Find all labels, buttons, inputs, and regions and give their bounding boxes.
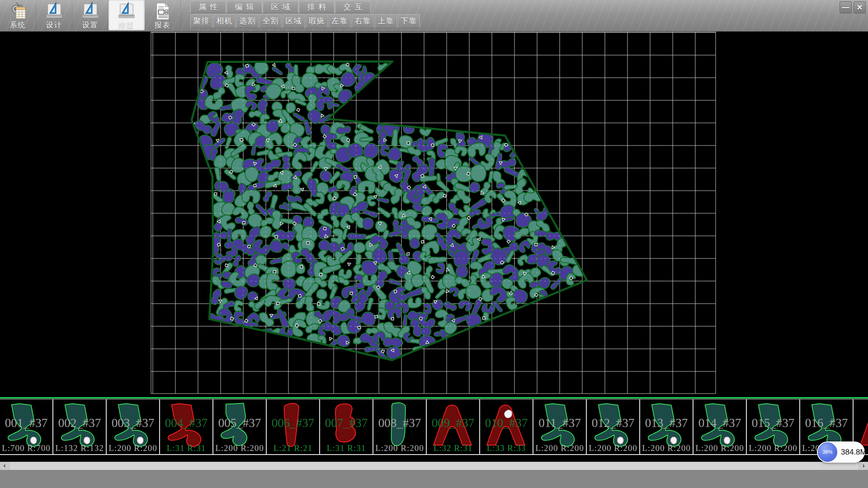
tab-nest[interactable]: 排料: [299, 1, 335, 13]
piece-thumbnail-strip: 001_#37L:700 R:700002_#37L:132 R:132003_…: [0, 399, 868, 455]
gear-table-icon: [9, 2, 28, 21]
tool-align-bottom-button[interactable]: 下靠: [398, 14, 420, 28]
tool-select-cut-button[interactable]: 选割: [236, 14, 259, 28]
piece-thumbnail-12[interactable]: 012_#37L:200 R:200: [587, 399, 640, 454]
ruler-board-icon: [81, 2, 100, 21]
ruler-board-icon: [45, 2, 64, 21]
piece-thumbnail-3[interactable]: 003_#37L:200 R:200: [107, 399, 160, 454]
nav-report-label: 报表: [155, 21, 171, 29]
piece-lr-count-label: L:200 R:200: [213, 443, 266, 453]
piece-lr-count-label: L:200 R:200: [747, 443, 799, 453]
piece-id-label: 014_#37: [693, 416, 746, 430]
piece-lr-count-label: L:33 R:33: [480, 443, 533, 453]
titlebar: 系统设计设置排版报表 属性编辑区域排料交互 聚排相机选割全割区域瑕疵左靠右靠上靠…: [0, 0, 868, 32]
piece-thumbnail-14[interactable]: 014_#37L:200 R:200: [693, 399, 747, 454]
piece-id-label: 0: [854, 416, 868, 430]
piece-id-label: 016_#37: [800, 416, 853, 430]
piece-lr-count-label: L:132 R:132: [53, 443, 106, 453]
piece-lr-count-label: L:200 R:200: [373, 443, 426, 453]
piece-id-label: 007_#37: [320, 416, 373, 430]
piece-lr-count-label: L:32 R:31: [427, 443, 479, 453]
main-nav: 系统设计设置排版报表: [0, 0, 181, 31]
piece-id-label: 001_#37: [0, 416, 52, 430]
horizontal-scrollbar[interactable]: ‹ ›: [0, 462, 868, 470]
tool-align-left-button[interactable]: 左靠: [329, 14, 351, 28]
piece-id-label: 005_#37: [213, 416, 266, 430]
piece-id-label: 013_#37: [640, 416, 693, 430]
piece-thumbnail-7[interactable]: 007_#37L:31 R:31: [320, 399, 373, 454]
piece-id-label: 002_#37: [53, 416, 106, 430]
piece-lr-count-label: L:200 R:200: [640, 443, 693, 453]
tool-button-row: 聚排相机选割全割区域瑕疵左靠右靠上靠下靠: [190, 14, 420, 28]
memory-usage: 384.8M: [841, 441, 867, 463]
piece-thumbnail-1[interactable]: 001_#37L:700 R:700: [0, 399, 53, 454]
piece-id-label: 015_#37: [747, 416, 799, 430]
piece-lr-count-label: L:700 R:700: [0, 443, 52, 453]
piece-thumbnail-6[interactable]: 006_#37L:21 R:21: [267, 399, 320, 454]
nav-design-button[interactable]: 设计: [36, 0, 72, 30]
nav-settings-label: 设置: [82, 21, 99, 29]
close-button[interactable]: ✕: [854, 1, 866, 14]
nav-nesting-button[interactable]: 排版: [108, 0, 145, 30]
nesting-canvas[interactable]: [0, 32, 868, 397]
piece-thumbnail-4[interactable]: 004_#37L:31 R:31: [160, 399, 213, 454]
nav-system-label: 系统: [10, 21, 26, 29]
nav-system-button[interactable]: 系统: [0, 0, 36, 30]
piece-lr-count-label: L:31 R:31: [320, 443, 373, 453]
tab-properties[interactable]: 属性: [190, 1, 226, 13]
tab-region[interactable]: 区域: [263, 1, 298, 13]
piece-thumbnail-2[interactable]: 002_#37L:132 R:132: [53, 399, 107, 454]
nav-report-button[interactable]: 报表: [145, 0, 181, 30]
nav-design-label: 设计: [46, 21, 62, 29]
status-bar: [0, 470, 868, 488]
piece-id-label: 010_#37: [480, 416, 533, 430]
piece-id-label: 011_#37: [533, 416, 586, 430]
window-controls: — ✕: [840, 1, 866, 14]
nav-settings-button[interactable]: 设置: [72, 0, 108, 30]
tool-defect-button[interactable]: 瑕疵: [306, 14, 328, 28]
piece-thumbnail-8[interactable]: 008_#37L:200 R:200: [373, 399, 427, 454]
tab-interaction[interactable]: 交互: [335, 1, 371, 13]
tab-edit[interactable]: 编辑: [226, 1, 262, 13]
piece-lr-count-label: L:200 R:200: [693, 443, 746, 453]
piece-id-label: 004_#37: [160, 416, 212, 430]
piece-thumbnail-9[interactable]: 009_#37L:32 R:31: [427, 399, 480, 454]
tool-camera-button[interactable]: 相机: [213, 14, 236, 28]
tool-cluster-nest-button[interactable]: 聚排: [190, 14, 212, 28]
report-icon: [153, 2, 172, 21]
piece-id-label: 008_#37: [373, 416, 426, 430]
tool-cut-all-button[interactable]: 全割: [259, 14, 282, 28]
tool-align-top-button[interactable]: 上靠: [375, 14, 397, 28]
piece-thumbnail-10[interactable]: 010_#37L:33 R:33: [480, 399, 533, 454]
strip-accent-line: [0, 397, 868, 399]
piece-thumbnail-13[interactable]: 013_#37L:200 R:200: [640, 399, 693, 454]
piece-lr-count-label: L:31 R:31: [160, 443, 212, 453]
menu-tab-row: 属性编辑区域排料交互: [190, 1, 371, 13]
piece-id-label: 009_#37: [427, 416, 479, 430]
piece-lr-count-label: L:200 R:200: [107, 443, 159, 453]
progress-percent: 38%: [818, 442, 837, 462]
piece-id-label: 012_#37: [587, 416, 639, 430]
piece-id-label: 006_#37: [267, 416, 319, 430]
nav-nesting-label: 排版: [118, 21, 135, 29]
piece-id-label: 003_#37: [107, 416, 159, 430]
scroll-left-button[interactable]: ‹: [0, 462, 9, 470]
app-window: 系统设计设置排版报表 属性编辑区域排料交互 聚排相机选割全割区域瑕疵左靠右靠上靠…: [0, 0, 868, 488]
tool-align-right-button[interactable]: 右靠: [352, 14, 374, 28]
ruler-board-icon: [117, 2, 136, 21]
progress-badge: 38% 384.8M: [817, 441, 865, 463]
tool-region-button[interactable]: 区域: [283, 14, 305, 28]
scroll-right-button[interactable]: ›: [859, 462, 868, 470]
piece-lr-count-label: L:21 R:21: [267, 443, 319, 453]
piece-thumbnail-15[interactable]: 015_#37L:200 R:200: [747, 399, 800, 454]
piece-thumbnail-11[interactable]: 011_#37L:200 R:200: [533, 399, 587, 454]
hide-nest-svg: [0, 32, 868, 397]
piece-thumbnail-5[interactable]: 005_#37L:200 R:200: [213, 399, 267, 454]
piece-lr-count-label: L:200 R:200: [587, 443, 639, 453]
minimize-button[interactable]: —: [840, 1, 852, 14]
piece-lr-count-label: L:200 R:200: [533, 443, 586, 453]
